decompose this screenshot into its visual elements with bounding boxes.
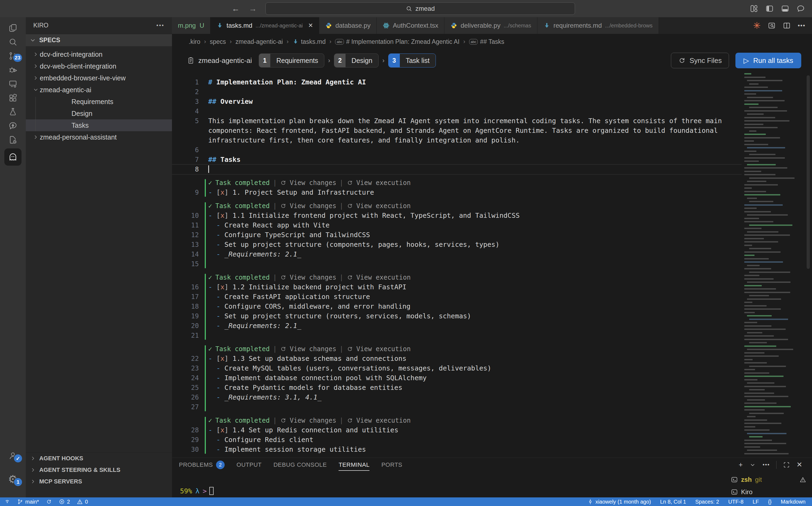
- activity-item-git-icon[interactable]: 23: [0, 49, 26, 63]
- editor-content[interactable]: 1# Implementation Plan: Zmead Agentic AI…: [172, 72, 741, 457]
- status-item-markdown[interactable]: Markdown: [781, 499, 806, 505]
- editor-line[interactable]: 21: [208, 331, 741, 340]
- breadcrumb-item[interactable]: zmead-agentic-ai: [235, 38, 283, 46]
- activity-item-files-icon[interactable]: [0, 21, 26, 35]
- tab-deliverable-py[interactable]: deliverable.py.../schemas: [444, 17, 537, 34]
- editor-line[interactable]: 16- [x] 1.2 Initialize backend project w…: [208, 282, 741, 292]
- editor-line[interactable]: 27: [208, 402, 741, 412]
- editor-line[interactable]: 11 - Create React app with Vite: [208, 221, 741, 230]
- activity-item-remote-icon[interactable]: [0, 77, 26, 91]
- editor-line[interactable]: 20 - _Requirements: 2.1_: [208, 321, 741, 331]
- editor-line[interactable]: 29 - Configure Redis client: [208, 435, 741, 445]
- sidebar-section-mcp-servers[interactable]: MCP SERVERS: [26, 476, 172, 487]
- status-item-lf[interactable]: LF: [752, 499, 759, 505]
- panel-tab-terminal[interactable]: TERMINAL: [338, 458, 370, 472]
- editor-line[interactable]: 30 - Implement session storage utilities: [208, 445, 741, 454]
- tree-item-zmead-personal-assistant[interactable]: zmead-personal-assistant: [26, 131, 172, 143]
- status-item-spaces-2[interactable]: Spaces: 2: [695, 499, 719, 505]
- editor-scrollbar[interactable]: [807, 75, 810, 269]
- editor-line[interactable]: 1# Implementation Plan: Zmead Agentic AI: [208, 77, 741, 87]
- editor-line[interactable]: 22- [x] 1.3 Set up database schemas and …: [208, 354, 741, 363]
- open-preview-icon[interactable]: [768, 21, 776, 29]
- editor-line[interactable]: 5This implementation plan breaks down th…: [208, 116, 741, 126]
- tree-item-design[interactable]: Design: [26, 107, 172, 119]
- tree-twistie[interactable]: [32, 134, 40, 140]
- tree-twistie[interactable]: [32, 87, 40, 93]
- editor-line[interactable]: 8: [208, 165, 741, 174]
- status-item--[interactable]: {}: [768, 499, 772, 505]
- tree-item-zmead-agentic-ai[interactable]: zmead-agentic-ai: [26, 84, 172, 96]
- tree-item-dcv-web-client-integration[interactable]: dcv-web-client-integration: [26, 60, 172, 72]
- task-codelens[interactable]: ✓Task completed|View changes|View execut…: [208, 178, 741, 188]
- split-editor-icon[interactable]: [783, 21, 791, 29]
- forward-icon[interactable]: →: [249, 4, 257, 13]
- breadcrumb-item[interactable]: .kiro: [189, 38, 200, 46]
- panel-tab-debug-console[interactable]: DEBUG CONSOLE: [274, 458, 327, 472]
- tree-twistie[interactable]: [32, 63, 40, 69]
- spec-step-requirements[interactable]: 1Requirements: [259, 54, 324, 68]
- run-all-tasks-button[interactable]: ▷ Run all tasks: [735, 53, 801, 68]
- minimap[interactable]: [741, 72, 805, 457]
- tree-item-embedded-browser-live-view[interactable]: embedded-browser-live-view: [26, 72, 172, 84]
- panel-more-icon[interactable]: •••: [763, 461, 770, 468]
- editor-line[interactable]: 4: [208, 106, 741, 116]
- terminal-item-zsh[interactable]: zshgit: [728, 474, 809, 486]
- tab-tasks-md[interactable]: tasks.md.../zmead-agentic-ai✕: [210, 17, 319, 34]
- activity-item-account-icon[interactable]: ✓: [0, 448, 26, 463]
- editor-line[interactable]: 26 - _Requirements: 3.1, 4.1_: [208, 393, 741, 402]
- activity-item-file-gear-icon[interactable]: [0, 133, 26, 147]
- status-item-radio[interactable]: [4, 499, 10, 505]
- command-search-input[interactable]: zmead: [266, 2, 575, 15]
- editor-line[interactable]: 23 - Create MySQL tables (users, convers…: [208, 363, 741, 373]
- kiro-logo-icon[interactable]: ✳: [753, 21, 761, 30]
- editor-line[interactable]: 19 - Set up project structure (routers, …: [208, 311, 741, 321]
- status-item-ln-8-col-1[interactable]: Ln 8, Col 1: [660, 499, 686, 505]
- tree-item-requirements[interactable]: Requirements: [26, 96, 172, 107]
- status-item-sync[interactable]: [46, 499, 52, 505]
- back-icon[interactable]: ←: [232, 4, 240, 13]
- status-item-utf-8[interactable]: UTF-8: [728, 499, 743, 505]
- editor-line[interactable]: infrastructure first, then core features…: [208, 136, 741, 145]
- editor-line[interactable]: 6: [208, 145, 741, 155]
- new-terminal-icon[interactable]: +: [739, 460, 743, 469]
- panel-bottom-icon[interactable]: [781, 4, 790, 13]
- editor-line[interactable]: 2: [208, 87, 741, 97]
- panel-tab-problems[interactable]: PROBLEMS2: [179, 458, 225, 472]
- sidebar-section-specs[interactable]: SPECS: [26, 34, 172, 46]
- tab-m-png[interactable]: m.pngU: [172, 17, 210, 34]
- editor-line[interactable]: 10- [x] 1.1 Initialize frontend project …: [208, 211, 741, 221]
- terminal-dropdown-icon[interactable]: [749, 461, 756, 469]
- terminal-item-kiro[interactable]: Kiro: [728, 486, 809, 498]
- editor-line[interactable]: 14 - _Requirements: 2.1_: [208, 250, 741, 259]
- panel-tab-ports[interactable]: PORTS: [381, 458, 402, 472]
- activity-item-extensions-icon[interactable]: [0, 91, 26, 105]
- editor-line[interactable]: 17 - Create FastAPI application structur…: [208, 292, 741, 302]
- editor-line[interactable]: 24 - Implement database connection pool …: [208, 373, 741, 383]
- more-actions-icon[interactable]: •••: [798, 22, 806, 29]
- task-codelens[interactable]: ✓Task completed|View changes|View execut…: [208, 344, 741, 354]
- sidebar-more-icon[interactable]: •••: [157, 22, 165, 28]
- editor-line[interactable]: 7## Tasks: [208, 155, 741, 165]
- comment-icon[interactable]: [796, 4, 805, 13]
- status-item-branch[interactable]: main*: [17, 499, 39, 505]
- editor-line[interactable]: 3## Overview: [208, 97, 741, 106]
- spec-step-task-list[interactable]: 3Task list: [388, 54, 436, 68]
- tab-requirements-md[interactable]: requirements.md.../embedded-brows: [537, 17, 659, 34]
- tree-item-tasks[interactable]: Tasks: [26, 119, 172, 131]
- activity-item-search-icon[interactable]: [0, 35, 26, 49]
- panel-tab-output[interactable]: OUTPUT: [236, 458, 262, 472]
- sidebar-section-agent-steering-skills[interactable]: AGENT STEERING & SKILLS: [26, 464, 172, 476]
- spec-step-design[interactable]: 2Design: [334, 54, 379, 68]
- close-tab-icon[interactable]: ✕: [308, 22, 313, 29]
- task-codelens[interactable]: ✓Task completed|View changes|View execut…: [208, 201, 741, 211]
- status-item-commit[interactable]: xiaowely (1 month ago): [587, 499, 651, 505]
- tree-twistie[interactable]: [32, 51, 40, 57]
- editor-line[interactable]: 13 - Set up project structure (component…: [208, 240, 741, 250]
- sidebar-section-agent-hooks[interactable]: AGENT HOOKS: [26, 452, 172, 464]
- panel-left-icon[interactable]: [765, 4, 774, 13]
- editor-line[interactable]: 12 - Configure TypeScript and TailwindCS…: [208, 230, 741, 240]
- editor-line[interactable]: 25 - Create Pydantic models for database…: [208, 383, 741, 393]
- editor-line[interactable]: 9- [x] 1. Project Setup and Infrastructu…: [208, 188, 741, 197]
- breadcrumb-item[interactable]: tasks.md: [292, 38, 326, 46]
- maximize-panel-icon[interactable]: [783, 461, 790, 469]
